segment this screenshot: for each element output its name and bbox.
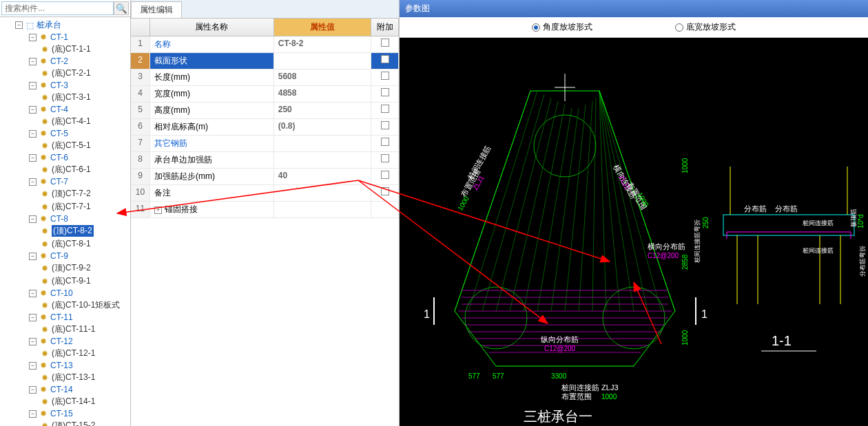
expander-icon[interactable]: − [29, 290, 37, 297]
tree-leaf[interactable]: ✹ (顶)CT-7-2 [1, 187, 129, 200]
property-value[interactable] [274, 202, 371, 217]
expander-icon[interactable]: − [29, 338, 37, 345]
tree-leaf[interactable]: ✹ (底)CT-12-1 [1, 347, 129, 360]
property-extra[interactable] [371, 86, 399, 102]
checkbox[interactable] [381, 187, 389, 195]
tree-leaf[interactable]: ✹ (底)CT-5-1 [1, 139, 129, 152]
checkbox[interactable] [381, 105, 389, 113]
tree-leaf[interactable]: ✹ (底)CT-6-1 [1, 163, 129, 176]
property-row-4[interactable]: 4 宽度(mm) 4858 [131, 86, 399, 103]
tree-leaf[interactable]: ✹ (顶)CT-15-2 [1, 419, 129, 426]
property-extra[interactable] [371, 36, 399, 52]
property-row-11[interactable]: 11 +锚固搭接 [131, 202, 399, 218]
tree-node-CT-12[interactable]: − ✹ CT-12 [1, 336, 129, 347]
tree-leaf[interactable]: ✹ (顶)CT-8-2 [1, 224, 129, 237]
property-value[interactable] [274, 152, 371, 168]
checkbox[interactable] [381, 154, 389, 162]
tree-leaf[interactable]: ✹ (顶)CT-9-2 [1, 262, 129, 275]
radio-angle-slope[interactable]: 角度放坡形式 [532, 21, 592, 33]
tree-leaf[interactable]: ✹ (底)CT-7-1 [1, 200, 129, 213]
tab-property-edit[interactable]: 属性编辑 [131, 1, 182, 18]
property-row-1[interactable]: 1 名称 CT-8-2 [131, 36, 399, 53]
tree-node-CT-4[interactable]: − ✹ CT-4 [1, 104, 129, 115]
expander-icon[interactable]: − [29, 58, 37, 65]
checkbox[interactable] [381, 55, 389, 63]
tree-leaf[interactable]: ✹ (底)CT-13-1 [1, 371, 129, 384]
property-extra[interactable] [371, 53, 399, 69]
property-value[interactable]: (0.8) [274, 119, 371, 135]
property-extra[interactable] [371, 185, 399, 201]
property-row-2[interactable]: 2 截面形状 阶式三桩台一 [131, 53, 399, 70]
property-row-5[interactable]: 5 高度(mm) 250 [131, 103, 399, 119]
tree-leaf[interactable]: ✹ (底)CT-14-1 [1, 395, 129, 408]
tree-leaf[interactable]: ✹ (底)CT-10-1矩板式 [1, 299, 129, 312]
checkbox[interactable] [381, 39, 389, 47]
tree-node-CT-2[interactable]: − ✹ CT-2 [1, 56, 129, 67]
property-row-7[interactable]: 7 其它钢筋 [131, 136, 399, 152]
tree-node-CT-3[interactable]: − ✹ CT-3 [1, 80, 129, 91]
tree-leaf[interactable]: ✹ (底)CT-9-1 [1, 275, 129, 288]
tree-leaf[interactable]: ✹ (底)CT-4-1 [1, 115, 129, 128]
tree-node-CT-10[interactable]: − ✹ CT-10 [1, 288, 129, 299]
expander-icon[interactable]: − [29, 253, 37, 260]
checkbox[interactable] [381, 121, 389, 129]
search-button[interactable]: 🔍 [114, 1, 129, 15]
expander-icon[interactable]: − [29, 130, 37, 138]
tree-node-CT-11[interactable]: − ✹ CT-11 [1, 312, 129, 323]
property-row-8[interactable]: 8 承台单边加强筋 [131, 152, 399, 169]
tree-leaf[interactable]: ✹ (底)CT-8-1 [1, 237, 129, 251]
component-tree[interactable]: − ⬚ 桩承台 − ✹ CT-1✹ (底)CT-1-1− ✹ CT-2✹ (底)… [0, 17, 130, 426]
property-row-9[interactable]: 9 加强筋起步(mm) 40 [131, 169, 399, 185]
expander-icon[interactable]: − [29, 106, 37, 114]
search-input[interactable] [1, 1, 114, 15]
property-extra[interactable] [371, 152, 399, 168]
tree-node-CT-14[interactable]: − ✹ CT-14 [1, 384, 129, 395]
property-value[interactable]: 4858 [274, 86, 371, 102]
tree-leaf[interactable]: ✹ (底)CT-3-1 [1, 91, 129, 104]
property-value[interactable] [274, 136, 371, 151]
expander-icon[interactable]: − [29, 386, 37, 394]
property-value[interactable]: 40 [274, 169, 371, 184]
property-value[interactable]: 5608 [274, 70, 371, 85]
expander-icon[interactable]: − [29, 82, 37, 89]
property-row-6[interactable]: 6 相对底标高(m) (0.8) [131, 119, 399, 136]
tree-node-CT-6[interactable]: − ✹ CT-6 [1, 152, 129, 163]
tree-node-CT-15[interactable]: − ✹ CT-15 [1, 408, 129, 419]
tree-node-CT-9[interactable]: − ✹ CT-9 [1, 251, 129, 262]
property-extra[interactable] [371, 103, 399, 118]
tree-node-CT-7[interactable]: − ✹ CT-7 [1, 176, 129, 187]
expander-icon[interactable]: − [15, 21, 23, 29]
tree-node-CT-8[interactable]: − ✹ CT-8 [1, 213, 129, 224]
tree-node-CT-1[interactable]: − ✹ CT-1 [1, 32, 129, 43]
tree-root[interactable]: − ⬚ 桩承台 [1, 19, 129, 32]
expander-icon[interactable]: − [29, 178, 37, 186]
property-extra[interactable] [371, 119, 399, 135]
tree-leaf[interactable]: ✹ (底)CT-11-1 [1, 323, 129, 336]
property-extra[interactable] [371, 169, 399, 184]
expander-icon[interactable]: − [29, 362, 37, 370]
expander-icon[interactable]: − [29, 314, 37, 321]
diagram-canvas[interactable]: 1 1 桩间连接筋 ZLJ1 布置范围 1000 横向连接筋 ZLJ2 布置范围… [400, 38, 868, 426]
tree-node-CT-13[interactable]: − ✹ CT-13 [1, 360, 129, 371]
property-value[interactable] [274, 185, 371, 201]
property-value[interactable]: 阶式三桩台一 [274, 53, 371, 69]
property-extra[interactable] [371, 202, 399, 217]
property-extra[interactable] [371, 136, 399, 151]
expander-icon[interactable]: − [29, 410, 37, 418]
property-value[interactable]: CT-8-2 [274, 36, 371, 52]
property-value[interactable]: 250 [274, 103, 371, 118]
property-extra[interactable] [371, 70, 399, 85]
expander-icon[interactable]: − [29, 154, 37, 162]
property-row-10[interactable]: 10 备注 [131, 185, 399, 202]
checkbox[interactable] [381, 72, 389, 80]
tree-leaf[interactable]: ✹ (底)CT-2-1 [1, 67, 129, 80]
checkbox[interactable] [381, 138, 389, 146]
expander-icon[interactable]: − [29, 215, 37, 223]
checkbox[interactable] [381, 88, 389, 96]
checkbox[interactable] [381, 171, 389, 179]
radio-width-slope[interactable]: 底宽放坡形式 [675, 21, 736, 33]
tree-leaf[interactable]: ✹ (底)CT-1-1 [1, 43, 129, 56]
property-row-3[interactable]: 3 长度(mm) 5608 [131, 70, 399, 86]
tree-node-CT-5[interactable]: − ✹ CT-5 [1, 128, 129, 139]
expander-icon[interactable]: − [29, 34, 37, 41]
